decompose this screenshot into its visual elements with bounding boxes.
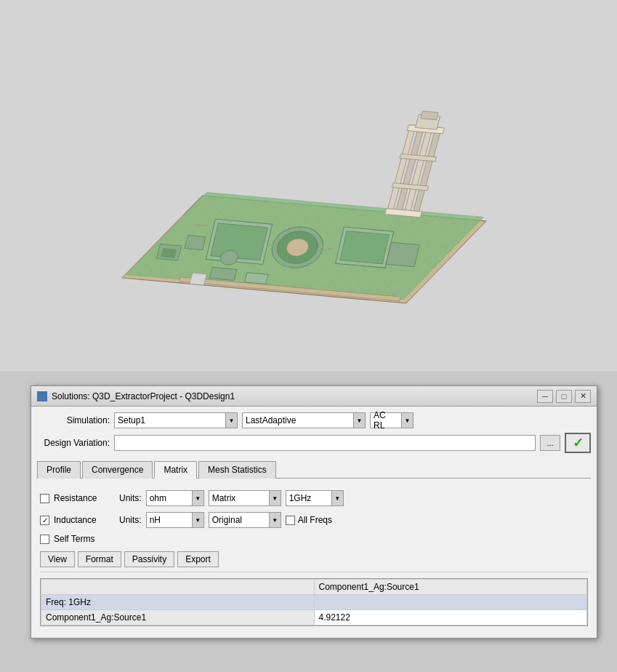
maximize-button[interactable]: □ [556, 390, 572, 403]
resistance-freq-combo[interactable]: 1GHz ▼ [286, 490, 344, 506]
resistance-units-arrow[interactable]: ▼ [192, 491, 203, 505]
inductance-checkbox[interactable] [40, 516, 49, 525]
dialog-content: Simulation: Setup1 ▼ LastAdaptive ▼ AC R… [31, 407, 597, 638]
resistance-row: Resistance Units: ohm ▼ Matrix ▼ 1GHz ▼ [40, 490, 588, 506]
svg-rect-14 [209, 267, 236, 280]
table-header-empty [41, 580, 315, 595]
inductance-original-arrow[interactable]: ▼ [269, 513, 281, 527]
simulation-dropdown-arrow[interactable]: ▼ [225, 413, 237, 428]
svg-rect-13 [184, 236, 205, 250]
design-variation-row: Design Variation: ... ✓ [37, 433, 591, 453]
resistance-checkbox[interactable] [40, 494, 49, 503]
tab-profile[interactable]: Profile [37, 461, 81, 479]
freq-row-label: Freq: 1GHz [41, 595, 315, 610]
browse-button[interactable]: ... [540, 435, 560, 451]
table-header-row: Component1_Ag:Source1 [41, 580, 587, 595]
passivity-button[interactable]: Passivity [124, 551, 174, 567]
dialog-icon [37, 391, 47, 401]
results-table: Component1_Ag:Source1 Freq: 1GHz Compone… [41, 579, 587, 625]
view-button[interactable]: View [40, 551, 75, 567]
resistance-matrix-combo[interactable]: Matrix ▼ [209, 490, 281, 506]
simulation-label: Simulation: [37, 415, 110, 425]
dialog-controls: ─ □ ✕ [537, 390, 591, 403]
resistance-units-value: ohm [147, 493, 192, 503]
format-button[interactable]: Format [78, 551, 121, 567]
inductance-row: Inductance Units: nH ▼ Original ▼ All Fr… [40, 512, 588, 528]
component-row-value: 4.92122 [314, 610, 587, 625]
adaptive-combo[interactable]: LastAdaptive ▼ [242, 412, 366, 428]
resistance-label: Resistance [54, 493, 112, 503]
self-terms-label: Self Terms [54, 534, 94, 544]
resistance-units-label: Units: [119, 493, 142, 503]
inductance-label: Inductance [54, 515, 112, 525]
acrl-value: AC RL [371, 410, 401, 431]
inductance-units-arrow[interactable]: ▼ [192, 513, 203, 527]
dialog-title-left: Solutions: Q3D_ExtractorProject - Q3DDes… [37, 391, 235, 401]
data-table-container[interactable]: Component1_Ag:Source1 Freq: 1GHz Compone… [40, 578, 588, 626]
svg-marker-10 [339, 231, 389, 264]
dialog-titlebar: Solutions: Q3D_ExtractorProject - Q3DDes… [31, 386, 597, 407]
resistance-units-combo[interactable]: ohm ▼ [146, 490, 204, 506]
freq-row-value [314, 595, 587, 610]
inductance-units-value: nH [147, 515, 192, 525]
matrix-content: Resistance Units: ohm ▼ Matrix ▼ 1GHz ▼ [37, 484, 591, 632]
component-row-label: Component1_Ag:Source1 [41, 610, 315, 625]
design-variation-label: Design Variation: [37, 438, 110, 448]
self-terms-row: Self Terms [40, 534, 588, 544]
simulation-row: Simulation: Setup1 ▼ LastAdaptive ▼ AC R… [37, 412, 591, 428]
validate-button[interactable]: ✓ [565, 433, 591, 453]
3d-viewport [0, 0, 617, 371]
svg-line-31 [269, 245, 276, 246]
design-variation-input[interactable] [114, 435, 536, 451]
table-header-component: Component1_Ag:Source1 [314, 580, 587, 595]
dialog-title: Solutions: Q3D_ExtractorProject - Q3DDes… [52, 391, 235, 401]
action-buttons: View Format Passivity Export [40, 551, 588, 572]
svg-rect-25 [420, 111, 437, 120]
pcb-model [105, 25, 512, 345]
inductance-units-label: Units: [119, 515, 142, 525]
inductance-units-combo[interactable]: nH ▼ [146, 512, 204, 528]
svg-rect-27 [189, 273, 206, 285]
svg-rect-5 [210, 223, 267, 260]
tab-mesh-statistics[interactable]: Mesh Statistics [198, 461, 276, 479]
table-row: Freq: 1GHz [41, 595, 587, 610]
minimize-button[interactable]: ─ [537, 390, 553, 403]
solutions-dialog: Solutions: Q3D_ExtractorProject - Q3DDes… [31, 385, 597, 639]
resistance-freq-arrow[interactable]: ▼ [331, 491, 343, 505]
adaptive-value: LastAdaptive [243, 415, 353, 425]
inductance-original-value: Original [209, 515, 269, 525]
all-freqs-label: All Freqs [298, 515, 332, 525]
resistance-matrix-arrow[interactable]: ▼ [269, 491, 281, 505]
acrl-combo[interactable]: AC RL ▼ [370, 412, 414, 428]
resistance-freq-value: 1GHz [286, 493, 331, 503]
all-freqs-container: All Freqs [286, 515, 332, 525]
svg-rect-29 [386, 242, 419, 267]
tab-bar: Profile Convergence Matrix Mesh Statisti… [37, 457, 591, 479]
simulation-value: Setup1 [115, 415, 225, 425]
close-button[interactable]: ✕ [575, 390, 591, 403]
adaptive-dropdown-arrow[interactable]: ▼ [353, 413, 365, 428]
acrl-dropdown-arrow[interactable]: ▼ [401, 413, 413, 428]
export-button[interactable]: Export [177, 551, 219, 567]
table-row: Component1_Ag:Source1 4.92122 [41, 610, 587, 625]
inductance-original-combo[interactable]: Original ▼ [209, 512, 281, 528]
svg-rect-12 [160, 248, 177, 258]
tab-convergence[interactable]: Convergence [82, 461, 153, 479]
all-freqs-checkbox[interactable] [286, 516, 295, 525]
tab-matrix[interactable]: Matrix [154, 461, 197, 479]
resistance-matrix-value: Matrix [209, 493, 269, 503]
self-terms-checkbox[interactable] [40, 535, 49, 544]
checkmark-icon: ✓ [573, 435, 584, 451]
simulation-combo[interactable]: Setup1 ▼ [114, 412, 238, 428]
svg-rect-15 [244, 273, 268, 284]
